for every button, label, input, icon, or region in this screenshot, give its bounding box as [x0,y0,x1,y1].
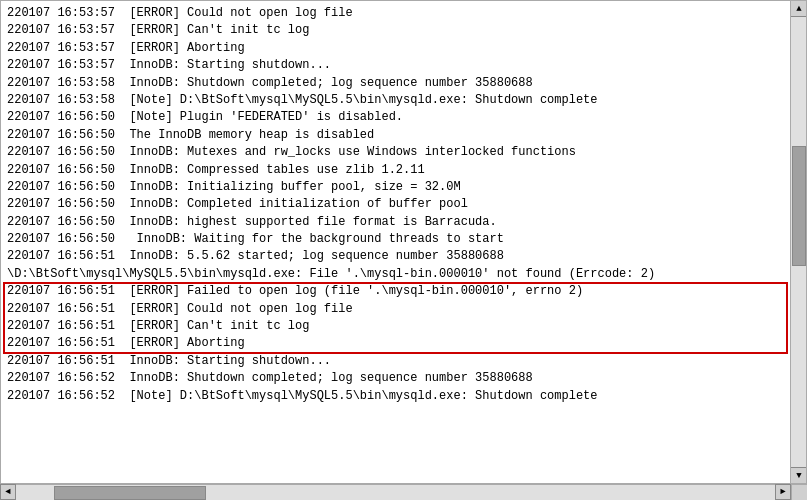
log-line: 220107 16:56:51 [ERROR] Failed to open l… [7,283,782,300]
scroll-left-arrow[interactable]: ◄ [0,484,16,500]
log-line: 220107 16:53:57 [ERROR] Can't init tc lo… [7,22,782,39]
scroll-down-arrow[interactable]: ▼ [791,467,807,483]
log-line: 220107 16:56:51 InnoDB: 5.5.62 started; … [7,248,782,265]
log-line: 220107 16:53:57 InnoDB: Starting shutdow… [7,57,782,74]
terminal-window: 220107 16:53:57 [ERROR] Could not open l… [0,0,807,484]
log-line: 220107 16:56:50 The InnoDB memory heap i… [7,127,782,144]
horizontal-scroll-track[interactable] [16,484,775,500]
scrollbar-thumb[interactable] [792,146,806,267]
log-line: 220107 16:56:51 [ERROR] Aborting [7,335,782,352]
log-line: 220107 16:56:50 [Note] Plugin 'FEDERATED… [7,109,782,126]
log-line: 220107 16:56:50 InnoDB: highest supporte… [7,214,782,231]
log-line: 220107 16:56:50 InnoDB: Waiting for the … [7,231,782,248]
log-line: 220107 16:56:51 [ERROR] Could not open l… [7,301,782,318]
log-line: 220107 16:56:51 InnoDB: Starting shutdow… [7,353,782,370]
log-line: 220107 16:53:57 [ERROR] Could not open l… [7,5,782,22]
log-line: 220107 16:56:50 InnoDB: Compressed table… [7,162,782,179]
log-line: 220107 16:56:52 InnoDB: Shutdown complet… [7,370,782,387]
log-line: \D:\BtSoft\mysql\MySQL5.5\bin\mysqld.exe… [7,266,782,283]
scroll-up-arrow[interactable]: ▲ [791,1,807,17]
log-line: 220107 16:56:50 InnoDB: Initializing buf… [7,179,782,196]
log-line: 220107 16:56:52 [Note] D:\BtSoft\mysql\M… [7,388,782,405]
log-line: 220107 16:56:50 InnoDB: Completed initia… [7,196,782,213]
log-line: 220107 16:53:58 [Note] D:\BtSoft\mysql\M… [7,92,782,109]
horizontal-scrollbar-thumb[interactable] [54,486,206,500]
log-line: 220107 16:53:58 InnoDB: Shutdown complet… [7,75,782,92]
scroll-right-arrow[interactable]: ► [775,484,791,500]
log-line: 220107 16:53:57 [ERROR] Aborting [7,40,782,57]
horizontal-scrollbar-row: ◄ ► [0,484,807,500]
vertical-scrollbar[interactable]: ▲ ▼ [790,1,806,483]
corner-box [791,484,807,500]
log-line: 220107 16:56:51 [ERROR] Can't init tc lo… [7,318,782,335]
log-line: 220107 16:56:50 InnoDB: Mutexes and rw_l… [7,144,782,161]
